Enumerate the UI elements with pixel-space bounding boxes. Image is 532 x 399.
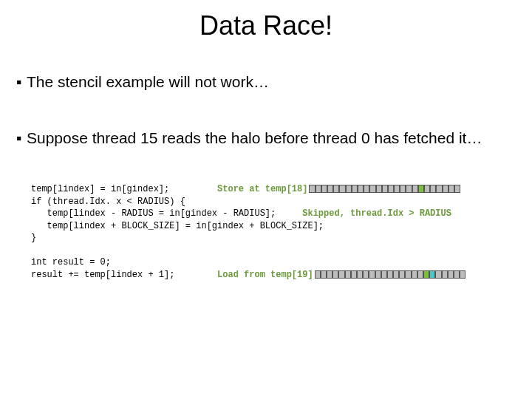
memory-cell (448, 270, 454, 279)
memory-cell (333, 185, 339, 193)
memory-strip-load (315, 270, 466, 279)
memory-cell (423, 270, 429, 279)
memory-cell (309, 185, 315, 193)
memory-cell (332, 270, 338, 279)
memory-cell (399, 270, 405, 279)
bullet-1: ▪The stencil example will not work… (16, 72, 516, 92)
memory-cell (405, 270, 411, 279)
bullet-marker-icon: ▪ (16, 72, 27, 92)
memory-cell (357, 270, 363, 279)
memory-cell (345, 270, 351, 279)
memory-cell (412, 185, 418, 193)
memory-cell (394, 185, 400, 193)
memory-cell (400, 185, 406, 193)
memory-cell (454, 270, 460, 279)
memory-cell (442, 270, 448, 279)
memory-cell (417, 270, 423, 279)
memory-cell (351, 270, 357, 279)
annotation-load: Load from temp[19] (217, 270, 313, 280)
code-line-1a: temp[lindex] = in[gindex]; (31, 184, 217, 194)
memory-cell (388, 185, 394, 193)
bullet-2: ▪Suppose thread 15 reads the halo before… (16, 129, 516, 148)
memory-cell (418, 185, 424, 193)
memory-cell (369, 185, 375, 193)
memory-cell (327, 270, 332, 279)
bullet-marker-icon: ▪ (16, 129, 27, 148)
memory-cell (443, 185, 449, 193)
slide-title: Data Race! (0, 10, 532, 41)
memory-cell (321, 270, 327, 279)
slide: Data Race! ▪The stencil example will not… (0, 0, 532, 399)
code-line-8a: result += temp[lindex + 1]; (31, 270, 217, 280)
memory-cell (436, 185, 442, 193)
memory-cell (454, 185, 460, 193)
code-line-4: temp[lindex + BLOCK_SIZE] = in[gindex + … (31, 221, 324, 231)
memory-cell (393, 270, 399, 279)
code-line-2: if (thread.Idx. x < RADIUS) { (31, 197, 185, 207)
memory-cell (316, 185, 321, 193)
memory-cell (429, 270, 435, 279)
memory-cell (424, 185, 430, 193)
memory-cell (460, 270, 466, 279)
memory-cell (352, 185, 358, 193)
memory-cell (430, 185, 436, 193)
memory-cell (376, 185, 382, 193)
memory-cell (381, 270, 387, 279)
annotation-store: Store at temp[18] (217, 184, 307, 194)
memory-cell (375, 270, 381, 279)
memory-cell (321, 185, 327, 193)
code-line-3a: temp[lindex - RADIUS = in[gindex - RADIU… (31, 208, 302, 219)
memory-strip-store (309, 185, 460, 193)
bullet-1-text: The stencil example will not work… (27, 72, 511, 92)
code-line-5: } (31, 233, 36, 243)
memory-cell (358, 185, 364, 193)
memory-cell (406, 185, 412, 193)
memory-cell (363, 270, 369, 279)
annotation-skipped: Skipped, thread.Idx > RADIUS (302, 208, 451, 219)
memory-cell (364, 185, 369, 193)
memory-cell (435, 270, 441, 279)
memory-cell (338, 270, 344, 279)
memory-cell (412, 270, 417, 279)
memory-cell (369, 270, 375, 279)
memory-cell (449, 185, 454, 193)
memory-cell (315, 270, 321, 279)
memory-cell (346, 185, 352, 193)
code-line-7: int result = 0; (31, 257, 111, 267)
code-block: temp[lindex] = in[gindex]; Store at temp… (31, 183, 466, 281)
bullet-2-text: Suppose thread 15 reads the halo before … (27, 129, 511, 148)
memory-cell (387, 270, 393, 279)
memory-cell (339, 185, 345, 193)
memory-cell (327, 185, 333, 193)
memory-cell (382, 185, 388, 193)
